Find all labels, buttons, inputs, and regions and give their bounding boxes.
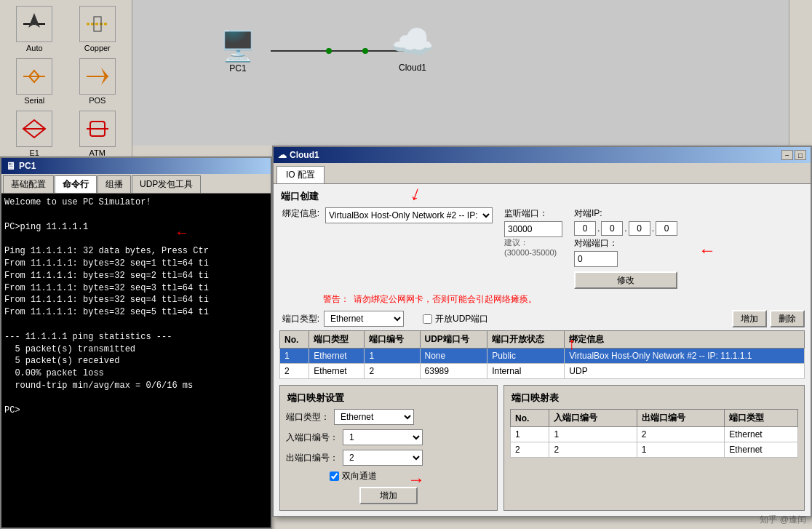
port-table-body: 1 Ethernet 1 None Public VirtualBox Host…	[280, 349, 805, 379]
in-port-select[interactable]: 1	[343, 429, 423, 445]
sidebar-item-serial[interactable]: Serial	[6, 58, 63, 105]
warning-row: 警告： 请勿绑定公网网卡，否则可能会引起网络瘫痪。	[323, 293, 805, 306]
terminal-title: PC1	[19, 161, 36, 171]
port-mapping-title: 端口映射设置	[286, 391, 491, 405]
open-udp-checkbox[interactable]	[423, 314, 432, 324]
dialog-title-right: − □	[781, 150, 806, 160]
sidebar-item-e1[interactable]: E1	[6, 111, 63, 157]
bidirectional-row: 双向通道	[330, 470, 491, 482]
map-cell-in: 1	[549, 427, 637, 442]
dialog-tabs: IO 配置	[274, 163, 811, 184]
cell-udp: None	[420, 349, 487, 364]
bidirectional-checkbox[interactable]	[330, 472, 339, 481]
atm-icon	[79, 111, 116, 147]
dialog-minimize-btn[interactable]: −	[781, 150, 793, 160]
binding-label: 绑定信息:	[279, 207, 319, 220]
bidirectional-label: 双向通道	[342, 470, 377, 482]
ip-field-4[interactable]	[656, 221, 677, 236]
map-header-type: 端口类型	[725, 410, 798, 427]
table-row[interactable]: 1 Ethernet 1 None Public VirtualBox Host…	[280, 349, 805, 364]
device-pc1[interactable]: 🖥️ PC1	[220, 29, 256, 73]
modify-btn[interactable]: 修改	[574, 271, 677, 289]
table-row[interactable]: 2 Ethernet 2 63989 Internal UDP	[280, 364, 805, 379]
terminal-body: Welcome to use PC Simulator! PC>ping 11.…	[1, 194, 271, 528]
cell-udp: 63989	[420, 364, 487, 379]
binding-row: 绑定信息: VirtualBox Host-Only Network #2 --…	[279, 207, 805, 289]
dialog-tab-io[interactable]: IO 配置	[276, 166, 325, 183]
remote-ip-label: 对端IP:	[574, 207, 677, 220]
terminal-titlebar: 🖥 PC1	[1, 158, 271, 174]
add-port-btn-top[interactable]: 增加	[732, 310, 767, 327]
port-table-header-portno: 端口编号	[365, 331, 420, 349]
cell-binding: VirtualBox Host-Only Network #2 -- IP: 1…	[565, 349, 805, 364]
cell-type: Ethernet	[309, 349, 365, 364]
map-cell-in: 2	[549, 442, 637, 458]
mapping-table: No. 入端口编号 出端口编号 端口类型 1 1 2 Ethernet	[510, 409, 798, 458]
map-cell-out: 2	[637, 427, 724, 442]
pos-icon	[79, 58, 116, 95]
mapping-row[interactable]: 1 1 2 Ethernet	[511, 427, 798, 442]
cloud1-dialog: ☁ Cloud1 − □ IO 配置 端口创建 绑定信息: VirtualBox…	[272, 146, 812, 517]
in-port-label: 入端口编号：	[286, 431, 338, 444]
add-mapping-btn-row: 增加	[286, 487, 491, 504]
sidebar-item-atm[interactable]: ATM	[69, 111, 127, 157]
canvas-area: 🖥️ PC1 ☁️ Cloud1	[132, 0, 800, 146]
binding-select[interactable]: VirtualBox Host-Only Network #2 -- IP: 1…	[325, 207, 493, 223]
delete-port-btn[interactable]: 删除	[770, 310, 805, 327]
cell-type: Ethernet	[309, 364, 365, 379]
port-type-row: 端口类型: Ethernet 开放UDP端口 增加 删除	[279, 310, 805, 327]
tab-command[interactable]: 命令行	[55, 175, 97, 193]
port-mapping-table-section: 端口映射表 No. 入端口编号 出端口编号 端口类型 1 1	[503, 385, 805, 511]
cell-portno: 2	[365, 364, 420, 379]
pos-label: POS	[89, 96, 106, 105]
map-type-row: 端口类型： Ethernet	[286, 409, 491, 425]
open-udp-label: 开放UDP端口	[423, 313, 488, 325]
port-type-label: 端口类型:	[279, 313, 319, 325]
svg-marker-1	[28, 13, 40, 28]
pc1-label: PC1	[229, 63, 246, 73]
listen-port-section: 监听端口： 建议：(30000-35000)	[504, 207, 562, 257]
auto-icon	[16, 6, 52, 42]
ip-field-3[interactable]	[629, 221, 650, 236]
warning-text: 请勿绑定公网网卡，否则可能会引起网络瘫痪。	[354, 293, 537, 306]
device-cloud1[interactable]: ☁️ Cloud1	[391, 22, 434, 73]
out-port-label: 出端口编号：	[286, 452, 338, 464]
tab-udp-tool[interactable]: UDP发包工具	[132, 175, 201, 193]
port-table-header-type: 端口类型	[309, 331, 365, 349]
e1-icon	[16, 111, 52, 147]
map-cell-no: 1	[511, 427, 549, 442]
map-type-select[interactable]: Ethernet	[334, 409, 414, 425]
port-table-header-status: 端口开放状态	[487, 331, 565, 349]
sidebar-item-pos[interactable]: POS	[69, 58, 127, 105]
out-port-select[interactable]: 2	[343, 450, 423, 466]
serial-icon	[16, 58, 52, 95]
dialog-icon: ☁	[278, 150, 287, 160]
dialog-title: Cloud1	[290, 150, 319, 160]
port-type-select[interactable]: Ethernet	[324, 311, 404, 327]
ip-field-1[interactable]	[574, 221, 596, 236]
add-mapping-btn[interactable]: 增加	[359, 487, 418, 504]
out-port-row: 出端口编号： 2	[286, 450, 491, 466]
dialog-titlebar: ☁ Cloud1 − □	[274, 147, 811, 163]
port-table-header-no: No.	[280, 331, 309, 349]
map-cell-out: 1	[637, 442, 724, 458]
tab-multicast[interactable]: 组播	[97, 175, 131, 193]
cloud1-label: Cloud1	[399, 63, 426, 73]
port-table-header-udp: UDP端口号	[420, 331, 487, 349]
remote-port-input[interactable]	[574, 251, 618, 267]
serial-label: Serial	[24, 96, 44, 105]
map-header-no: No.	[511, 410, 549, 427]
suggest-text: 建议：(30000-35000)	[504, 237, 562, 257]
tab-basic-config[interactable]: 基础配置	[3, 175, 54, 193]
cell-no: 2	[280, 364, 309, 379]
canvas-scrollbar[interactable]	[789, 0, 800, 146]
dialog-maximize-btn[interactable]: □	[795, 150, 806, 160]
listen-port-input[interactable]	[504, 221, 562, 237]
ip-field-2[interactable]	[601, 221, 623, 236]
mapping-row[interactable]: 2 2 1 Ethernet	[511, 442, 798, 458]
dialog-title-left: ☁ Cloud1	[278, 150, 319, 160]
sidebar-item-auto[interactable]: Auto	[6, 6, 63, 52]
sidebar-item-copper[interactable]: Copper	[69, 6, 127, 52]
remote-port-label: 对端端口：	[574, 237, 677, 250]
canvas-devices: 🖥️ PC1 ☁️ Cloud1	[132, 0, 800, 146]
